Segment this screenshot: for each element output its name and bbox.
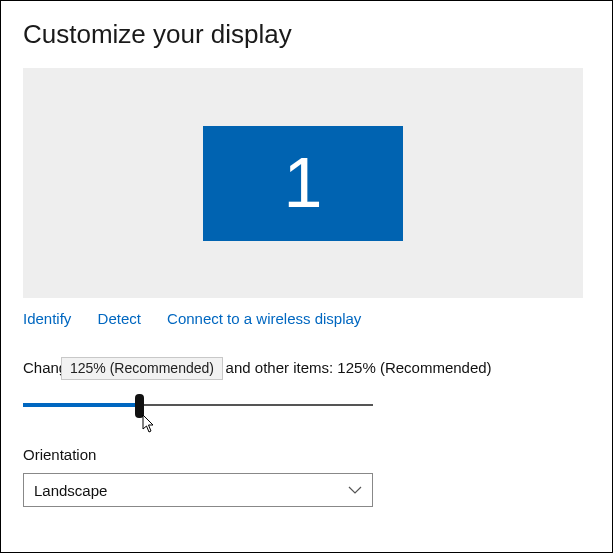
display-actions-row: Identify Detect Connect to a wireless di…: [23, 310, 590, 327]
orientation-selected-value: Landscape: [34, 482, 107, 499]
monitor-tile-1[interactable]: 1: [203, 126, 403, 241]
orientation-label: Orientation: [23, 446, 590, 463]
slider-track-filled: [23, 403, 139, 407]
orientation-select[interactable]: Landscape: [23, 473, 373, 507]
cursor-icon: [142, 414, 158, 434]
scale-slider[interactable]: [23, 394, 373, 418]
connect-wireless-display-link[interactable]: Connect to a wireless display: [167, 310, 361, 327]
display-settings-panel: Customize your display 1 Identify Detect…: [0, 0, 613, 553]
monitor-id-label: 1: [284, 143, 323, 223]
page-title: Customize your display: [23, 19, 590, 50]
display-arrangement-preview: 1: [23, 68, 583, 298]
detect-link[interactable]: Detect: [98, 310, 141, 327]
chevron-down-icon: [348, 486, 362, 494]
identify-link[interactable]: Identify: [23, 310, 71, 327]
scale-tooltip: 125% (Recommended): [61, 357, 223, 380]
scale-current-value: 125% (Recommended): [337, 359, 491, 376]
slider-thumb[interactable]: [135, 394, 144, 418]
